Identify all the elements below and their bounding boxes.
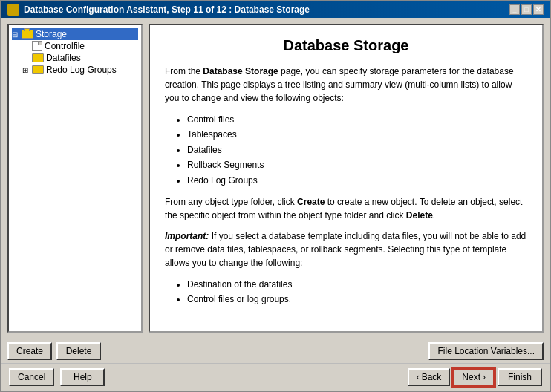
expand-icon-redo: ⊞ <box>22 66 30 74</box>
list-item-control-log: Control files or log groups. <box>187 292 527 307</box>
folder-icon-storage <box>22 30 33 39</box>
next-label: Next <box>462 372 480 382</box>
bold-db-storage: Database Storage <box>203 66 278 76</box>
window-title: Database Configuration Assistant, Step 1… <box>24 4 310 15</box>
help-button[interactable]: Help <box>60 368 105 386</box>
cancel-button[interactable]: Cancel <box>9 368 54 386</box>
list-item-tablespaces: Tablespaces <box>187 127 527 142</box>
list-item-datafiles: Datafiles <box>187 143 527 157</box>
intro-paragraph: From the Database Storage page, you can … <box>165 65 527 105</box>
expand-icon-storage: ⊟ <box>12 30 19 39</box>
delete-button[interactable]: Delete <box>56 342 101 360</box>
tree-label-redo: Redo Log Groups <box>46 65 117 75</box>
tree-item-datafiles[interactable]: Datafiles <box>22 52 138 64</box>
bold-important: Important: <box>165 231 209 241</box>
footer: Cancel Help ‹ Back Next › Finish <box>1 363 550 391</box>
next-button[interactable]: Next › <box>453 368 495 386</box>
create-button[interactable]: Create <box>7 342 52 360</box>
bold-delete: Delete <box>406 210 433 220</box>
tree-label-datafiles: Datafiles <box>46 53 81 63</box>
file-location-button[interactable]: File Location Variables... <box>428 342 544 360</box>
finish-button[interactable]: Finish <box>498 368 542 386</box>
tree-item-controlfile[interactable]: Controlfile <box>22 40 138 52</box>
important-paragraph: Important: If you select a database temp… <box>165 229 527 270</box>
main-window: Database Configuration Assistant, Step 1… <box>0 0 551 392</box>
tree-label-storage: Storage <box>36 29 67 39</box>
important-list: Destination of the datafiles Control fil… <box>187 277 527 307</box>
page-title: Database Storage <box>165 37 527 54</box>
back-chevron: ‹ <box>417 372 420 382</box>
create-delete-paragraph: From any object type folder, click Creat… <box>165 195 527 222</box>
tree-item-storage[interactable]: ⊟ Storage <box>12 28 138 40</box>
back-label: Back <box>422 372 442 382</box>
window-icon <box>7 4 19 16</box>
tree-children-storage: Controlfile Datafiles ⊞ Redo Log Groups <box>22 40 138 76</box>
list-item-rollback: Rollback Segments <box>187 157 527 172</box>
list-item-redo-log: Redo Log Groups <box>187 173 527 188</box>
title-bar: Database Configuration Assistant, Step 1… <box>1 1 550 18</box>
folder-icon-redo <box>32 65 44 74</box>
folder-icon-datafiles <box>32 53 44 62</box>
tree-label-controlfile: Controlfile <box>45 41 85 51</box>
footer-right: ‹ Back Next › Finish <box>408 368 542 386</box>
main-content: ⊟ Storage Controlfile Datafiles <box>1 18 550 339</box>
bold-create: Create <box>297 197 325 207</box>
close-button[interactable]: ✕ <box>533 4 544 15</box>
minimize-button[interactable]: _ <box>509 4 520 15</box>
action-bar: Create Delete File Location Variables... <box>1 339 550 363</box>
tree-panel: ⊟ Storage Controlfile Datafiles <box>7 24 143 333</box>
info-panel: Database Storage From the Database Stora… <box>149 24 544 333</box>
next-chevron: › <box>483 372 486 382</box>
footer-left: Cancel Help <box>9 368 105 386</box>
object-list: Control files Tablespaces Datafiles Roll… <box>187 112 527 188</box>
tree-item-redo-log-groups[interactable]: ⊞ Redo Log Groups <box>22 64 138 76</box>
window-controls: _ □ ✕ <box>509 4 544 15</box>
list-item-control-files: Control files <box>187 112 527 127</box>
back-button[interactable]: ‹ Back <box>408 368 451 386</box>
file-icon-controlfile <box>32 41 42 51</box>
maximize-button[interactable]: □ <box>521 4 532 15</box>
list-item-destination: Destination of the datafiles <box>187 277 527 292</box>
